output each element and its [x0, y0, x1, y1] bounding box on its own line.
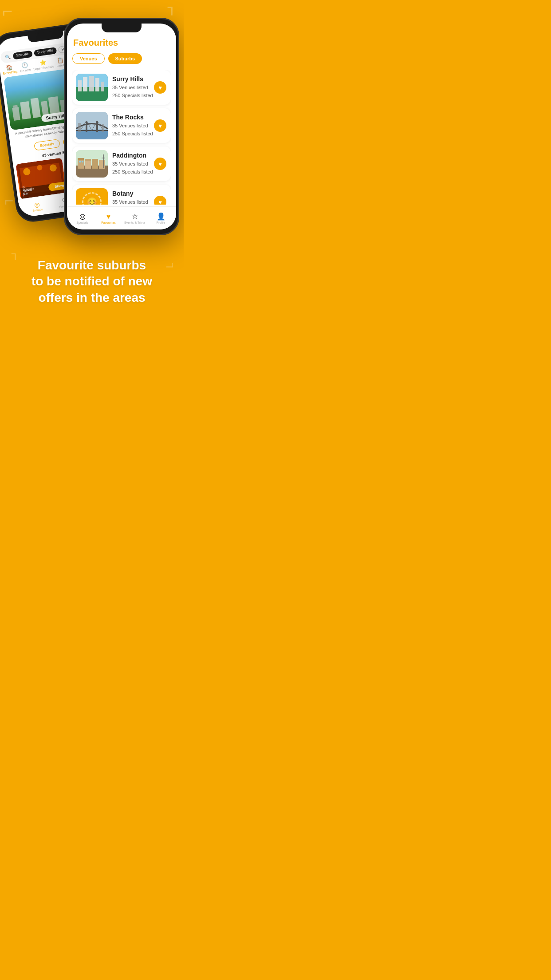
bottom-text-area: Favourite suburbsto be notified of newof…: [23, 244, 161, 315]
paddington-image-content: [76, 150, 108, 178]
svg-rect-31: [86, 121, 87, 132]
svg-rect-44: [85, 159, 91, 161]
front-phone-screen: Favourites Venues Suburbs: [67, 24, 176, 229]
back-tab-everything[interactable]: 🏠 Everything: [2, 63, 18, 75]
front-nav-events[interactable]: ☆ Events & Trivia: [122, 212, 148, 224]
svg-rect-37: [78, 123, 81, 132]
suburb-heart-surryhills[interactable]: ♥: [154, 81, 166, 94]
front-specials-nav-label: Specials: [76, 221, 88, 224]
front-phone: Favourites Venues Suburbs: [64, 18, 179, 235]
suburb-heart-paddington[interactable]: ♥: [154, 158, 166, 170]
back-specials-nav-label: Specials: [32, 208, 43, 212]
front-nav-favourites[interactable]: ♥ Favourites: [95, 213, 122, 224]
suburb-item-surryhills[interactable]: Surry Hills 35 Venues listed 250 Special…: [72, 70, 171, 105]
tag-specials[interactable]: Specials: [12, 50, 33, 59]
back-tab-superspecials[interactable]: ⭐ Super Specials: [32, 58, 55, 71]
front-screen-content: Favourites Venues Suburbs: [67, 24, 176, 229]
front-nav-profile[interactable]: 👤 Profile: [148, 212, 174, 224]
suburb-image-botany: 😊: [76, 188, 108, 205]
svg-rect-41: [78, 159, 84, 169]
front-title: Favourites: [72, 38, 171, 48]
front-events-nav-label: Events & Trivia: [124, 221, 145, 224]
surry-hills-image-content: [76, 74, 108, 101]
svg-rect-3: [31, 98, 41, 118]
suburb-image-surryhills: [76, 74, 108, 101]
back-specials-button[interactable]: Specials: [34, 138, 61, 150]
svg-rect-47: [79, 161, 81, 162]
front-favourites-nav-label: Favourites: [101, 221, 116, 224]
svg-rect-2: [20, 101, 31, 119]
svg-rect-32: [96, 121, 98, 132]
suburb-heart-botany[interactable]: ♥: [154, 196, 166, 205]
suburb-item-botany[interactable]: 😊 Botany 35 Venues listed 250 Specials l…: [72, 185, 171, 205]
suburb-heart-therocks[interactable]: ♥: [154, 119, 166, 132]
back-specials-icon: ◎: [34, 201, 40, 209]
back-tab-onnow[interactable]: 🕐 On now: [19, 61, 31, 72]
search-icon: 🔍: [5, 54, 11, 60]
svg-rect-42: [78, 158, 84, 160]
svg-rect-24: [78, 80, 82, 91]
suburb-list: Surry Hills 35 Venues listed 250 Special…: [72, 70, 171, 205]
back-nav-specials[interactable]: ◎ Specials: [31, 201, 43, 212]
botany-logo: 😊: [82, 192, 102, 205]
front-favourites-icon: ♥: [106, 213, 111, 221]
tab-suburbs[interactable]: Suburbs: [108, 53, 142, 64]
svg-rect-27: [95, 78, 99, 91]
tag-surryhills[interactable]: Surry Hills: [34, 47, 57, 56]
phones-area: 🔍 Specials Surry Hills When ⚙ 🏠 Everythi…: [0, 13, 184, 244]
svg-rect-0: [12, 107, 20, 121]
front-specials-icon: ◎: [79, 212, 86, 221]
rocks-image-content: [76, 112, 108, 139]
back-venue-card-vasco[interactable]: 📍 Vasco Bar (5 Specials): [16, 158, 67, 199]
back-tab-everything-label: Everything: [3, 70, 18, 75]
suburb-item-paddington[interactable]: Paddington 35 Venues listed 250 Specials…: [72, 146, 171, 181]
page-wrapper: 🔍 Specials Surry Hills When ⚙ 🏠 Everythi…: [0, 0, 184, 332]
bottom-headline: Favourite suburbsto be notified of newof…: [31, 257, 152, 306]
suburb-item-therocks[interactable]: The Rocks 35 Venues listed 250 Specials …: [72, 108, 171, 143]
front-profile-nav-label: Profile: [157, 221, 165, 224]
latest-icon: 📋: [56, 57, 64, 64]
suburb-image-therocks: [76, 112, 108, 139]
everything-icon: 🏠: [6, 64, 13, 71]
front-tabs: Venues Suburbs: [72, 53, 171, 64]
front-bottom-nav: ◎ Specials ♥ Favourites ☆ Events & Trivi…: [67, 206, 176, 229]
svg-rect-43: [85, 160, 91, 169]
svg-rect-46: [99, 160, 105, 169]
svg-rect-26: [89, 76, 94, 91]
front-profile-icon: 👤: [157, 212, 165, 221]
onnow-icon: 🕐: [21, 62, 28, 69]
svg-rect-38: [102, 124, 104, 132]
front-nav-specials[interactable]: ◎ Specials: [69, 212, 95, 224]
suburb-image-paddington: [76, 150, 108, 178]
svg-rect-48: [82, 161, 83, 162]
superspecials-icon: ⭐: [39, 59, 47, 66]
svg-rect-25: [83, 77, 87, 91]
front-phone-notch: [102, 23, 142, 32]
svg-rect-45: [92, 159, 98, 169]
tab-venues[interactable]: Venues: [72, 53, 105, 64]
front-events-icon: ☆: [132, 212, 138, 221]
svg-rect-28: [101, 82, 104, 91]
